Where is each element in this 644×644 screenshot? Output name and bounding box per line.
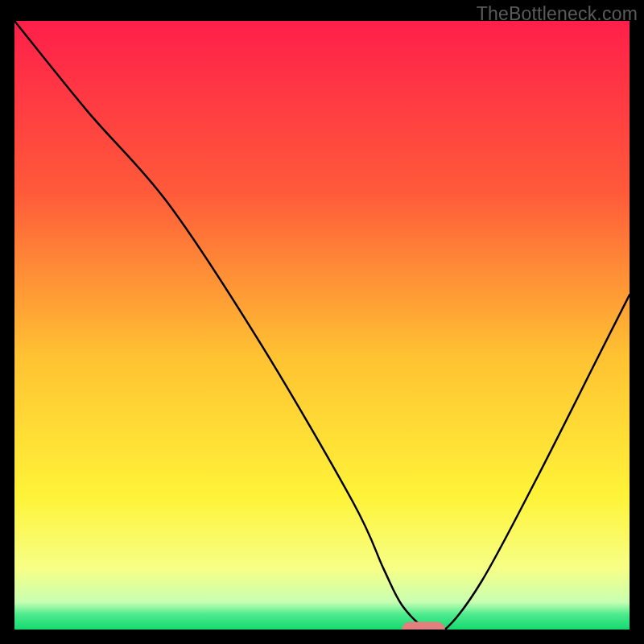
optimal-band-marker: [402, 622, 444, 630]
chart-svg: [14, 21, 630, 630]
watermark-label: TheBottleneck.com: [477, 3, 638, 25]
chart-frame: TheBottleneck.com: [0, 0, 644, 644]
plot-area: [14, 21, 630, 630]
gradient-background: [14, 21, 630, 630]
